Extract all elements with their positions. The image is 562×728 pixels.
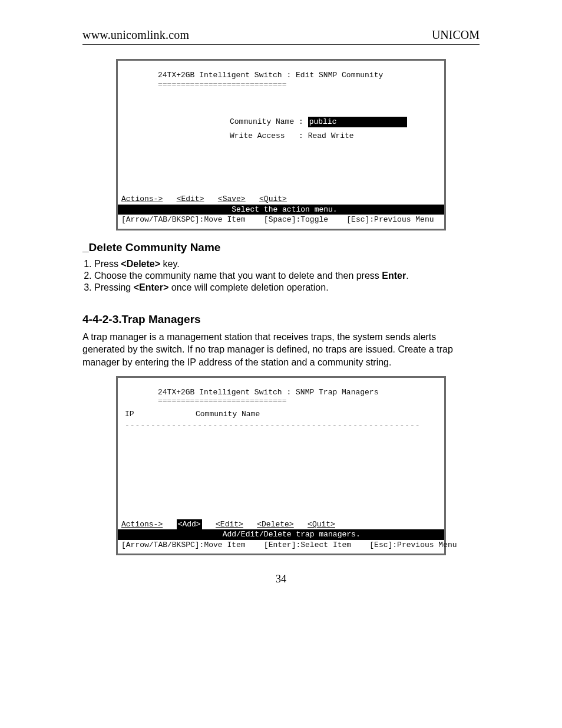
terminal-snmp-trap-managers: 24TX+2GB Intelligent Switch : SNMP Trap … [116, 376, 446, 556]
delete-step-2: Choose the community name that you want … [94, 271, 480, 281]
delete-step-3: Pressing <Enter> once will complete dele… [94, 282, 480, 293]
terminal-edit-snmp-community: 24TX+2GB Intelligent Switch : Edit SNMP … [116, 59, 446, 230]
action-quit: <Quit> [259, 195, 287, 203]
terminal2-actions: Actions-> <Add> <Edit> <Delete> <Quit> [118, 519, 444, 530]
terminal2-separator: ----------------------------------------… [118, 420, 444, 431]
hint-select: [Enter]:Select Item [264, 541, 351, 549]
action-save: <Save> [218, 195, 246, 203]
action-delete: <Delete> [257, 520, 293, 529]
terminal1-status-text: Select the action menu. [232, 205, 337, 214]
write-access-value: Read Write [308, 131, 354, 141]
col-ip: IP [125, 409, 196, 420]
step3-key: <Enter> [134, 282, 169, 292]
hint-prev: [Esc]:Previous Menu [369, 541, 457, 549]
step3-text-a: Pressing [94, 282, 134, 292]
step2-key: Enter [382, 271, 406, 281]
action-quit: <Quit> [308, 520, 335, 529]
hint-move: [Arrow/TAB/BKSPC]:Move Item [121, 215, 246, 224]
action-add: <Add> [177, 519, 202, 530]
step1-text-a: Press [94, 259, 121, 269]
hint-move: [Arrow/TAB/BKSPC]:Move Item [121, 541, 246, 549]
terminal2-empty-list [118, 431, 444, 513]
action-edit: <Edit> [177, 195, 204, 203]
delete-step-1: Press <Delete> key. [94, 259, 480, 269]
trap-managers-paragraph: A trap manager is a management station t… [82, 331, 480, 369]
delete-steps: Press <Delete> key. Choose the community… [82, 259, 480, 293]
header-url: www.unicomlink.com [82, 28, 189, 42]
hint-toggle: [Space]:Toggle [264, 215, 328, 224]
terminal1-status-bar: Select the action menu. [118, 205, 444, 215]
hint-prev: [Esc]:Previous Menu [346, 215, 434, 224]
terminal2-underline: ============================ [118, 396, 444, 407]
terminal1-bottom-hint: [Arrow/TAB/BKSPC]:Move Item [Space]:Togg… [118, 215, 444, 229]
field-sep: : [285, 131, 308, 141]
terminal1-underline: ============================ [118, 80, 444, 90]
field-sep: : [294, 117, 308, 127]
actions-label: Actions-> [121, 520, 163, 529]
terminal2-list-header: IP Community Name [118, 407, 444, 421]
field-write-access: Write Access : Read Write [230, 131, 444, 141]
step1-key: <Delete> [121, 259, 160, 269]
step3-text-c: once will complete deletion operation. [168, 282, 328, 292]
action-edit: <Edit> [216, 520, 243, 529]
heading-delete-community: _Delete Community Name [82, 241, 480, 254]
heading-trap-managers: 4-4-2-3.Trap Managers [82, 313, 480, 326]
terminal2-status-text: Add/Edit/Delete trap managers. [223, 530, 361, 539]
header-brand: UNICOM [432, 28, 480, 42]
step2-text-c: . [406, 271, 408, 281]
col-community: Community Name [196, 409, 260, 420]
page-number: 34 [82, 573, 480, 585]
community-name-value: public [308, 117, 408, 127]
community-name-label: Community Name [230, 117, 294, 127]
terminal2-status-bar: Add/Edit/Delete trap managers. [118, 529, 444, 540]
step1-text-c: key. [160, 259, 180, 269]
step2-text-a: Choose the community name that you want … [94, 271, 382, 281]
field-community-name: Community Name : public [230, 117, 444, 127]
page-header: www.unicomlink.com UNICOM [0, 28, 562, 44]
write-access-label: Write Access [230, 131, 285, 141]
terminal2-bottom-hint: [Arrow/TAB/BKSPC]:Move Item [Enter]:Sele… [118, 540, 444, 554]
terminal1-actions: Actions-> <Edit> <Save> <Quit> [118, 194, 444, 205]
terminal1-fields: Community Name : public Write Access : R… [118, 117, 444, 141]
actions-label: Actions-> [121, 195, 163, 203]
